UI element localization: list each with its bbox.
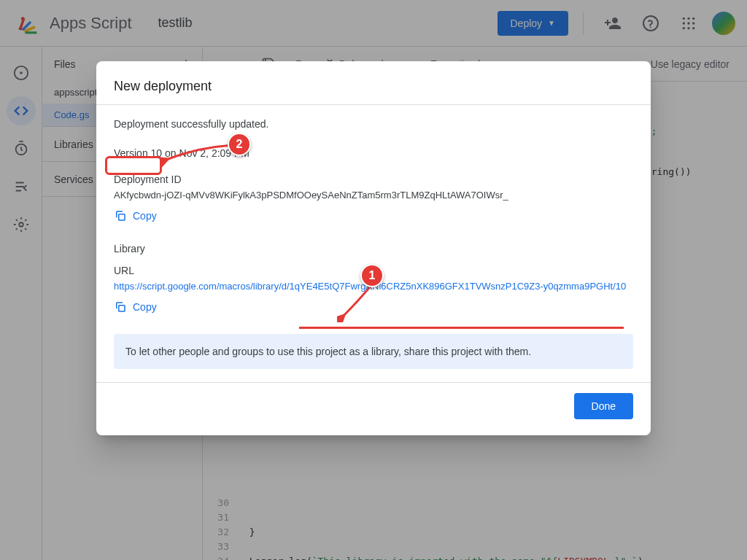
- svg-rect-18: [119, 306, 125, 311]
- copy-deployment-id-button[interactable]: Copy: [114, 206, 157, 225]
- deployment-id-value: AKfycbwdn-jOZI-qMVv8WKiFylkA3pPSDMfOOeyS…: [114, 190, 633, 201]
- svg-rect-17: [119, 214, 125, 220]
- annotation-box-version: [105, 156, 162, 175]
- modal-overlay: New deployment Deployment successfully u…: [0, 0, 747, 560]
- deployment-id-label: Deployment ID: [114, 174, 633, 185]
- done-button[interactable]: Done: [574, 393, 633, 419]
- library-url-link[interactable]: https://script.google.com/macros/library…: [114, 281, 633, 292]
- copy-url-button[interactable]: Copy: [114, 298, 157, 316]
- version-info: Version 10 on Nov 2, 2:09 PM: [114, 147, 633, 159]
- url-label: URL: [114, 265, 633, 276]
- new-deployment-dialog: New deployment Deployment successfully u…: [96, 61, 651, 435]
- library-section-label: Library: [114, 243, 633, 254]
- share-info-box: To let other people and groups to use th…: [114, 334, 633, 369]
- dialog-title: New deployment: [96, 61, 651, 105]
- success-message: Deployment successfully updated.: [114, 118, 633, 130]
- annotation-underline-url: [299, 327, 624, 329]
